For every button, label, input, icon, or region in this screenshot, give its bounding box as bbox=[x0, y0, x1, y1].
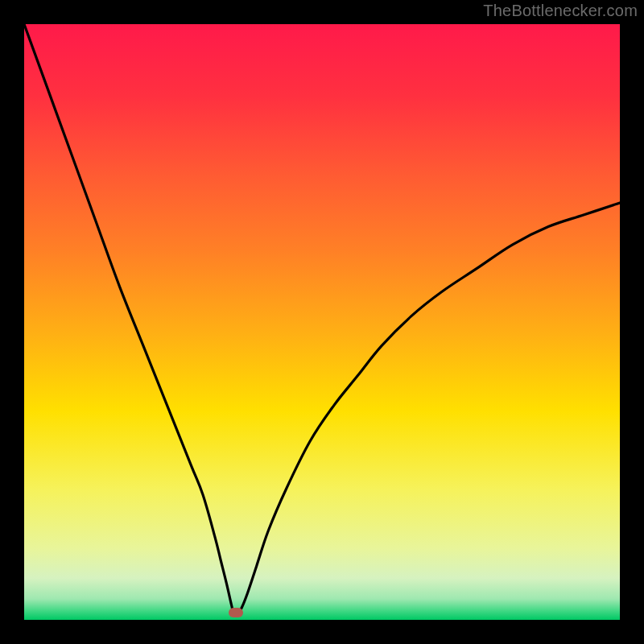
gradient-background bbox=[24, 24, 620, 620]
watermark-text: TheBottlenecker.com bbox=[483, 2, 638, 20]
plot-svg bbox=[24, 24, 620, 620]
chart-frame: TheBottlenecker.com bbox=[0, 0, 644, 644]
plot-area bbox=[24, 24, 620, 620]
optimal-point-marker bbox=[229, 608, 243, 617]
